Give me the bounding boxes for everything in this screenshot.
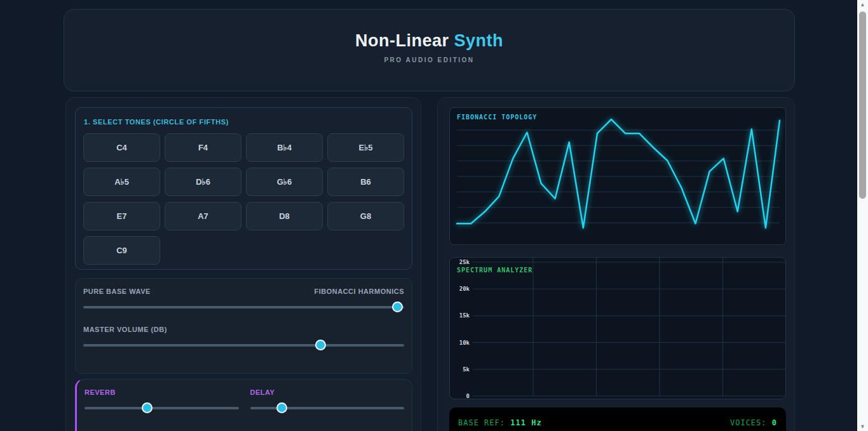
spectrum-analyzer-card: SPECTRUM ANALYZER 25k20k15k10k5k0 — [449, 257, 786, 399]
page-title: Non-Linear Synth — [64, 31, 794, 51]
volume-slider-thumb[interactable] — [315, 340, 326, 350]
fibonacci-topology-card: FIBONACCI TOPOLOGY — [449, 107, 786, 245]
scrollbar-thumb[interactable] — [859, 11, 866, 199]
svg-text:5k: 5k — [463, 366, 470, 373]
tone-button-c4[interactable]: C4 — [83, 133, 160, 162]
spectrum-analyzer-chart: 25k20k15k10k5k0 — [450, 258, 786, 399]
reverb-control: REVERB — [85, 388, 239, 431]
volume-slider-track[interactable] — [83, 344, 404, 347]
reverb-slider-thumb[interactable] — [142, 402, 153, 413]
main-sliders-card: PURE BASE WAVE FIBONACCI HARMONICS MASTE… — [75, 278, 412, 374]
svg-text:20k: 20k — [459, 286, 470, 292]
tone-button-a7[interactable]: A7 — [165, 202, 241, 230]
delay-slider — [250, 402, 405, 414]
scrollbar-up-arrow-icon[interactable]: ▲ — [857, 0, 868, 9]
svg-text:10k: 10k — [459, 340, 470, 346]
visualizer-panel: FIBONACCI TOPOLOGY SPECTRUM ANALYZER 25k… — [437, 97, 795, 431]
svg-text:15k: 15k — [459, 312, 470, 319]
tone-button-d8[interactable]: D8 — [246, 202, 323, 230]
tone-select-card: 1. SELECT TONES (CIRCLE OF FIFTHS) C4 F4… — [75, 107, 412, 270]
delay-slider-thumb[interactable] — [276, 402, 287, 413]
page-title-accent: Synth — [454, 31, 504, 50]
page-subtitle: PRO AUDIO EDITION — [64, 56, 794, 63]
scrollbar-down-arrow-icon[interactable]: ▼ — [857, 422, 868, 431]
reverb-label: REVERB — [85, 388, 239, 396]
tone-button-c9[interactable]: C9 — [83, 236, 160, 265]
delay-slider-track[interactable] — [250, 407, 405, 409]
harmonics-slider — [83, 302, 404, 313]
tone-button-db6[interactable]: D♭6 — [165, 168, 241, 196]
tone-button-b6[interactable]: B6 — [327, 168, 404, 196]
tone-grid: C4 F4 B♭4 E♭5 A♭5 D♭6 G♭6 B6 E7 A7 D8 G8… — [83, 133, 404, 265]
volume-slider — [83, 340, 404, 351]
tone-button-ab5[interactable]: A♭5 — [83, 168, 160, 196]
tone-button-f4[interactable]: F4 — [165, 133, 241, 162]
controls-panel: 1. SELECT TONES (CIRCLE OF FIFTHS) C4 F4… — [65, 97, 421, 431]
harmonics-label-left: PURE BASE WAVE — [83, 288, 151, 295]
effects-card: REVERB DELAY — [75, 379, 412, 431]
delay-label: DELAY — [250, 388, 405, 396]
voices-readout: VOICES: 0 — [730, 418, 777, 427]
fibonacci-topology-chart — [450, 108, 786, 245]
harmonics-slider-track[interactable] — [83, 306, 404, 308]
vertical-scrollbar[interactable]: ▲ ▼ — [857, 0, 868, 431]
header-card: Non-Linear Synth PRO AUDIO EDITION — [64, 9, 795, 91]
voices-label: VOICES: — [730, 418, 767, 427]
fibonacci-topology-title: FIBONACCI TOPOLOGY — [457, 114, 537, 121]
volume-label: MASTER VOLUME (DB) — [83, 326, 167, 333]
tone-button-bb4[interactable]: B♭4 — [246, 133, 323, 162]
tone-select-heading: 1. SELECT TONES (CIRCLE OF FIFTHS) — [84, 118, 404, 126]
spectrum-analyzer-title: SPECTRUM ANALYZER — [457, 267, 532, 274]
svg-text:25k: 25k — [459, 259, 470, 265]
delay-control: DELAY — [250, 388, 405, 431]
reverb-slider-track[interactable] — [85, 407, 239, 409]
harmonics-slider-thumb[interactable] — [392, 302, 403, 312]
tone-button-g8[interactable]: G8 — [327, 202, 404, 230]
tone-button-e7[interactable]: E7 — [83, 202, 160, 230]
voices-value: 0 — [772, 418, 777, 427]
page-title-primary: Non-Linear — [355, 31, 454, 50]
base-ref-value: 111 Hz — [510, 418, 541, 427]
base-ref-label: BASE REF: — [458, 418, 505, 427]
svg-text:0: 0 — [466, 393, 470, 399]
base-ref-readout: BASE REF: 111 Hz — [458, 418, 542, 427]
tone-button-eb5[interactable]: E♭5 — [327, 133, 404, 162]
harmonics-label-right: FIBONACCI HARMONICS — [315, 288, 405, 295]
reverb-slider — [85, 402, 239, 414]
status-bar: BASE REF: 111 Hz VOICES: 0 — [449, 408, 786, 431]
tone-button-gb6[interactable]: G♭6 — [246, 168, 323, 196]
